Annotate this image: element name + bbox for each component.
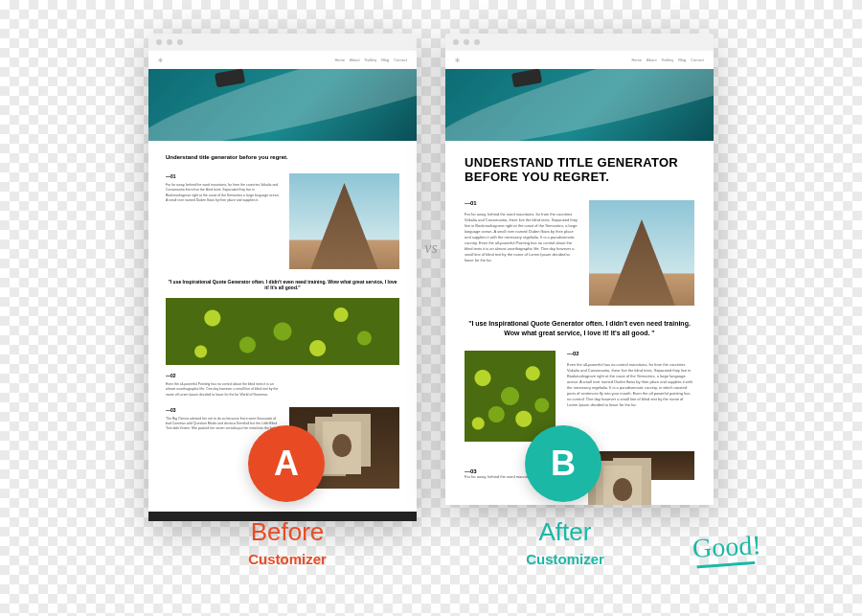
body-text: Far far away, behind the word mountains,… (465, 212, 578, 263)
pull-quote: "I use Inspirational Quote Generator oft… (166, 279, 399, 290)
caption-sublabel: Customizer (192, 551, 383, 567)
traffic-light-dot (156, 39, 162, 45)
nav-item[interactable]: Gallery (662, 57, 674, 62)
hero-image (148, 69, 417, 141)
body-text: Far far away, behind the word mountains,… (166, 183, 280, 203)
caption-label: Before (192, 517, 383, 547)
nav-item-list: Home About Gallery Blog Contact (631, 57, 704, 62)
nav-item-list: Home About Gallery Blog Contact (334, 57, 407, 62)
hero-image (445, 69, 714, 141)
before-caption: Before Customizer (192, 517, 383, 567)
nav-item[interactable]: Contact (691, 57, 704, 62)
section-number: —02 (567, 351, 694, 356)
body-text: Even the all-powerful Pointing has no co… (166, 382, 280, 398)
nav-item[interactable]: About (646, 57, 656, 62)
nav-item[interactable]: Blog (381, 57, 389, 62)
badge-b: B (525, 425, 601, 502)
traffic-light-dot (474, 39, 480, 45)
caption-sublabel: Customizer (469, 551, 661, 567)
browser-chrome (445, 34, 714, 51)
section-number: —02 (166, 373, 280, 378)
building-image (289, 173, 399, 269)
traffic-light-dot (177, 39, 183, 45)
site-logo: ✻ (455, 57, 460, 63)
nav-item[interactable]: About (350, 57, 359, 62)
browser-chrome (148, 34, 417, 51)
top-nav: ✻ Home About Gallery Blog Contact (148, 51, 417, 69)
traffic-light-dot (453, 39, 459, 45)
section-number: —01 (166, 173, 280, 179)
good-handwritten: Good! (692, 530, 762, 564)
article-heading: Understand title generator before you re… (166, 154, 399, 160)
comparison-stage: ✻ Home About Gallery Blog Contact Unders… (0, 0, 862, 616)
nav-item[interactable]: Blog (678, 57, 686, 62)
nav-item[interactable]: Home (631, 57, 642, 62)
top-nav: ✻ Home About Gallery Blog Contact (445, 51, 714, 69)
building-image (589, 200, 694, 306)
section-number: —01 (465, 200, 578, 206)
nav-item[interactable]: Contact (394, 57, 407, 62)
after-caption: After Customizer (469, 517, 661, 567)
site-logo: ✻ (158, 57, 163, 63)
caption-label: After (469, 517, 661, 547)
traffic-light-dot (464, 39, 469, 45)
nav-item[interactable]: Home (334, 57, 345, 62)
traffic-light-dot (167, 39, 172, 45)
badge-a: A (248, 425, 325, 502)
article-heading: Understand title generator before you re… (465, 156, 694, 185)
body-text: Even the all-powerful has no control mou… (567, 362, 694, 408)
nav-item[interactable]: Gallery (365, 57, 377, 62)
limes-image (465, 351, 556, 442)
vs-divider: vs (424, 240, 437, 257)
body-text: The Big Oxmox advised her not to do so b… (166, 417, 280, 432)
limes-image (166, 298, 399, 365)
pull-quote: "I use Inspirational Quote Generator oft… (468, 319, 691, 338)
section-number: —03 (166, 407, 280, 413)
